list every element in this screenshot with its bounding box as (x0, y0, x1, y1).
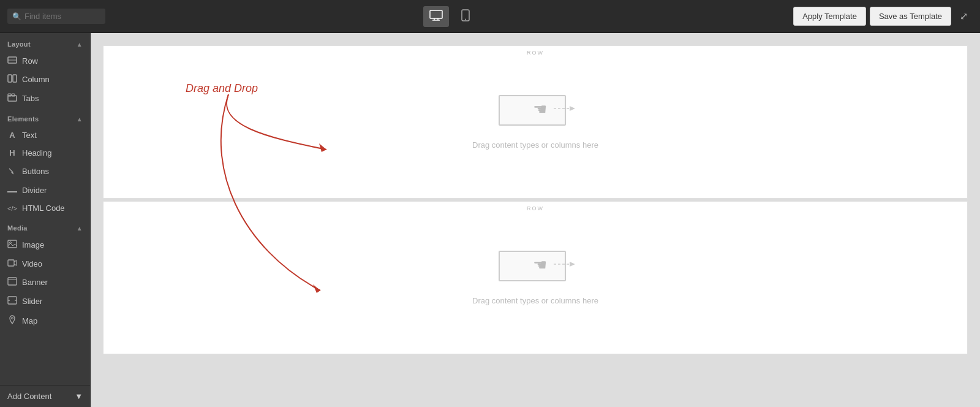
drop-zone-2[interactable]: ☚ Drag content types or columns here (454, 232, 617, 324)
drop-arrow-svg-1 (554, 104, 590, 122)
heading-icon: H (7, 148, 17, 158)
svg-rect-17 (8, 278, 17, 285)
layout-chevron-icon: ▲ (77, 41, 83, 48)
row-block-1: ROW ☚ Drag content types or columns here (103, 45, 968, 199)
sidebar-item-column[interactable]: Column (0, 70, 90, 89)
row-2-label: ROW (527, 205, 544, 211)
sidebar-item-banner[interactable]: Banner (0, 273, 90, 292)
drop-zone-1[interactable]: ☚ Drag content types or columns here (454, 77, 617, 168)
sidebar-item-slider-label: Slider (22, 297, 42, 306)
sidebar-item-row[interactable]: Row (0, 51, 90, 70)
sidebar-item-buttons-label: Buttons (22, 167, 49, 176)
video-icon (7, 259, 17, 268)
html-code-icon: </> (7, 205, 17, 212)
topbar-left: 🔍 (7, 9, 105, 24)
sidebar-item-html-code-label: HTML Code (22, 204, 65, 213)
sidebar-item-text-label: Text (22, 131, 37, 140)
topbar-right: Apply Template Save as Template ⤢ (793, 7, 973, 26)
sidebar-item-buttons[interactable]: Buttons (0, 162, 90, 181)
sidebar: Layout ▲ Row Column Tabs Elements ▲ (0, 33, 91, 407)
svg-point-5 (465, 18, 466, 20)
drop-icon-2: ☚ (499, 251, 572, 287)
tabs-icon (7, 93, 17, 104)
sidebar-item-image[interactable]: Image (0, 235, 90, 254)
elements-section-header: Elements ▲ (0, 110, 90, 126)
svg-rect-16 (8, 260, 14, 266)
map-icon (7, 315, 17, 327)
media-chevron-icon: ▲ (77, 225, 83, 232)
apply-template-button[interactable]: Apply Template (793, 7, 866, 26)
buttons-icon (7, 166, 17, 177)
sidebar-item-map-label: Map (22, 316, 37, 325)
slider-icon (7, 296, 17, 306)
svg-point-22 (12, 318, 13, 319)
drop-text-2: Drag content types or columns here (472, 296, 598, 305)
svg-marker-26 (570, 106, 575, 111)
sidebar-item-tabs[interactable]: Tabs (0, 89, 90, 108)
sidebar-item-map[interactable]: Map (0, 311, 90, 331)
mobile-device-btn[interactable] (455, 6, 476, 28)
add-content-label: Add Content (7, 392, 51, 401)
save-template-button[interactable]: Save as Template (870, 7, 951, 26)
sidebar-item-slider[interactable]: Slider (0, 292, 90, 311)
canvas: Drag and Drop ROW ☚ (91, 33, 980, 407)
image-icon (7, 240, 17, 250)
search-input[interactable] (7, 9, 105, 24)
sidebar-item-html-code[interactable]: </> HTML Code (0, 199, 90, 217)
media-section-label: Media (7, 224, 28, 232)
banner-icon (7, 277, 17, 287)
divider-icon (7, 185, 17, 195)
sidebar-item-image-label: Image (22, 240, 44, 249)
drop-arrow-svg-2 (554, 259, 590, 278)
sidebar-item-divider[interactable]: Divider (0, 181, 90, 199)
sidebar-item-text[interactable]: A Text (0, 126, 90, 144)
column-icon (7, 74, 17, 85)
layout-section-header: Layout ▲ (0, 36, 90, 51)
drop-text-1: Drag content types or columns here (472, 140, 598, 150)
text-icon: A (7, 131, 17, 140)
topbar-center (423, 6, 476, 28)
svg-rect-14 (8, 240, 17, 248)
sidebar-item-banner-label: Banner (22, 278, 48, 287)
sidebar-item-row-label: Row (22, 56, 38, 66)
elements-section-label: Elements (7, 115, 39, 123)
media-section-header: Media ▲ (0, 219, 90, 235)
desktop-device-btn[interactable] (423, 6, 449, 27)
sidebar-item-heading[interactable]: H Heading (0, 144, 90, 162)
hand-icon-1: ☚ (533, 100, 547, 119)
sidebar-item-divider-label: Divider (22, 186, 47, 195)
svg-rect-8 (8, 75, 12, 82)
expand-button[interactable]: ⤢ (955, 8, 973, 25)
row-1-label: ROW (527, 50, 544, 56)
main: Layout ▲ Row Column Tabs Elements ▲ (0, 33, 980, 407)
search-wrap: 🔍 (7, 9, 105, 24)
drop-icon-1: ☚ (499, 95, 572, 132)
sidebar-item-tabs-label: Tabs (22, 94, 39, 103)
row-icon (7, 56, 17, 66)
add-content-chevron-icon: ▼ (75, 392, 83, 401)
svg-rect-9 (13, 75, 17, 82)
row-block-2: ROW ☚ Drag content types or columns here (103, 201, 968, 354)
svg-rect-0 (430, 10, 442, 18)
sidebar-item-video-label: Video (22, 259, 42, 268)
topbar: 🔍 Apply Template Save as Template ⤢ (0, 0, 980, 33)
sidebar-item-column-label: Column (22, 75, 50, 84)
elements-chevron-icon: ▲ (77, 116, 83, 123)
layout-section-label: Layout (7, 40, 31, 48)
hand-icon-2: ☚ (533, 256, 547, 275)
sidebar-item-video[interactable]: Video (0, 254, 90, 273)
sidebar-item-heading-label: Heading (22, 148, 51, 158)
svg-marker-28 (570, 262, 575, 267)
add-content-button[interactable]: Add Content ▼ (0, 385, 90, 407)
